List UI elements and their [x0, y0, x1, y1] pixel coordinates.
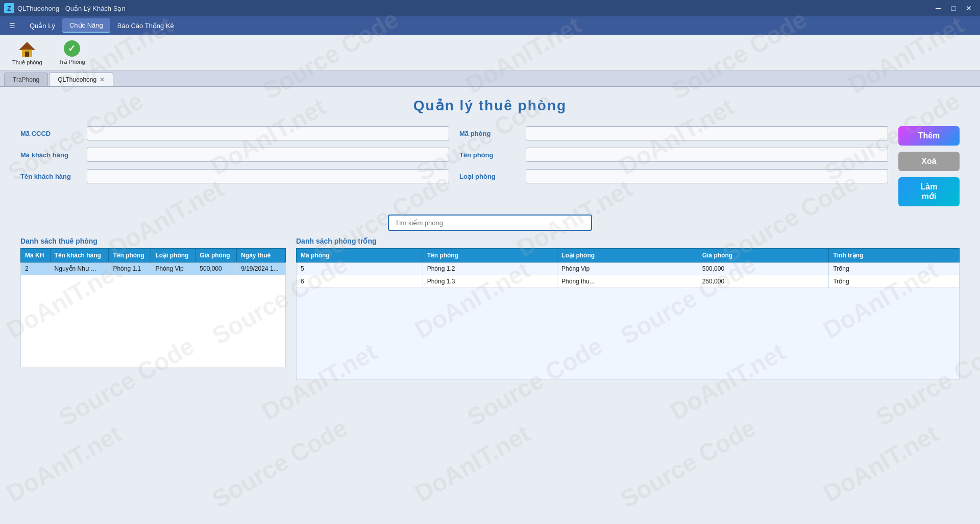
ma-phong-input[interactable]: [526, 126, 888, 140]
col-pt-ma-phong: Mã phòng: [297, 249, 423, 263]
tabs-bar: TraPhong QLThueohong ✕: [0, 70, 980, 87]
cell-pt-ten-phong: Phòng 1.3: [423, 275, 557, 288]
danh-sach-phong-trong-container: Danh sách phòng trống Mã phòng Tên phòng…: [296, 237, 960, 380]
house-icon: [18, 40, 36, 58]
cell-loai-phong: Phòng Vip: [151, 263, 195, 275]
lam-moi-button[interactable]: Làm mới: [898, 177, 960, 206]
cell-ma-kh: 2: [21, 263, 51, 275]
col-pt-gia-phong: Giá phòng: [698, 249, 829, 263]
col-gia-phong: Giá phòng: [195, 249, 237, 263]
loai-phong-input[interactable]: [526, 169, 888, 183]
title-bar: Z QLThueohong - Quản Lý Khách Sạn ─ □ ✕: [0, 0, 980, 16]
form-right: Mã phòng Tên phòng Loại phòng: [459, 126, 888, 183]
danh-sach-phong-trong-table: Mã phòng Tên phòng Loại phòng Giá phòng …: [296, 248, 960, 380]
col-ngay-thue: Ngày thuê: [237, 249, 286, 263]
ma-khach-hang-input[interactable]: [87, 148, 449, 162]
menu-chuc-nang[interactable]: Chức Năng: [62, 18, 110, 33]
form-left: Mã CCCD Mã khách hàng Tên khách hàng: [20, 126, 449, 183]
ma-cccd-label: Mã CCCD: [20, 130, 82, 137]
col-pt-tinh-trang: Tình trạng: [829, 249, 960, 263]
page-title: Quản lý thuê phòng: [20, 97, 960, 114]
svg-rect-2: [25, 52, 29, 57]
app-title: QLThueohong - Quản Lý Khách Sạn: [17, 5, 126, 12]
col-ma-kh: Mã KH: [21, 249, 51, 263]
ten-phong-input[interactable]: [526, 148, 888, 162]
thue-phong-button[interactable]: Thuê phòng: [8, 38, 46, 67]
ma-phong-row: Mã phòng: [459, 126, 888, 140]
table-row[interactable]: 6 Phòng 1.3 Phòng thu... 250,000 Trống: [297, 275, 960, 288]
cell-pt-ma-phong: 6: [297, 275, 423, 288]
menu-bar: ☰ Quản Lý Chức Năng Báo Cáo Thống Kê: [0, 16, 980, 35]
tab-close-icon[interactable]: ✕: [100, 76, 105, 83]
tab-ql-thueohong-label: QLThueohong: [58, 76, 96, 83]
danh-sach-thue-phong-container: Danh sách thuê phòng Mã KH Tên khách hàn…: [20, 237, 286, 380]
cell-pt-gia-phong: 500,000: [698, 263, 829, 275]
menu-bao-cao[interactable]: Báo Cáo Thống Kê: [110, 18, 181, 33]
ten-khach-hang-input[interactable]: [87, 169, 449, 183]
tra-phong-label: Trả Phòng: [59, 59, 85, 65]
cell-ten-phong: Phòng 1.1: [109, 263, 151, 275]
xoa-button[interactable]: Xoá: [898, 152, 960, 171]
col-ten-phong: Tên phòng: [109, 249, 151, 263]
table-row[interactable]: 2 Nguyễn Như ... Phòng 1.1 Phòng Vip 500…: [21, 263, 286, 275]
ma-phong-label: Mã phòng: [459, 130, 521, 137]
cell-pt-tinh-trang: Trống: [829, 263, 960, 275]
cell-pt-loai-phong: Phòng Vip: [557, 263, 698, 275]
action-buttons: Thêm Xoá Làm mới: [898, 126, 960, 206]
them-button[interactable]: Thêm: [898, 126, 960, 146]
ten-khach-hang-label: Tên khách hàng: [20, 173, 82, 180]
col-ten-kh: Tên khách hàng: [50, 249, 109, 263]
thue-phong-header-row: Mã KH Tên khách hàng Tên phòng Loại phòn…: [21, 249, 286, 263]
col-pt-loai-phong: Loại phòng: [557, 249, 698, 263]
toolbar: Thuê phòng ✓ Trả Phòng: [0, 35, 980, 70]
table-empty-row: [297, 288, 960, 380]
ten-phong-label: Tên phòng: [459, 151, 521, 159]
table-row[interactable]: 5 Phòng 1.2 Phòng Vip 500,000 Trống: [297, 263, 960, 275]
title-bar-controls: ─ □ ✕: [931, 3, 976, 14]
check-icon: ✓: [63, 39, 81, 58]
danh-sach-phong-trong-title: Danh sách phòng trống: [296, 237, 960, 245]
tab-tra-phong-label: TraPhong: [13, 76, 39, 83]
cell-pt-ten-phong: Phòng 1.2: [423, 263, 557, 275]
col-loai-phong: Loại phòng: [151, 249, 195, 263]
loai-phong-row: Loại phòng: [459, 169, 888, 183]
search-input[interactable]: [388, 215, 592, 231]
main-content: Quản lý thuê phòng Mã CCCD Mã khách hàng…: [0, 87, 980, 524]
menu-quan-ly[interactable]: Quản Lý: [22, 18, 62, 33]
col-pt-ten-phong: Tên phòng: [423, 249, 557, 263]
ma-cccd-row: Mã CCCD: [20, 126, 449, 140]
cell-ten-kh: Nguyễn Như ...: [50, 263, 109, 275]
thue-phong-label: Thuê phòng: [12, 59, 42, 65]
cell-pt-tinh-trang: Trống: [829, 275, 960, 288]
cell-gia-phong: 500,000: [195, 263, 237, 275]
phong-trong-header-row: Mã phòng Tên phòng Loại phòng Giá phòng …: [297, 249, 960, 263]
title-bar-left: Z QLThueohong - Quản Lý Khách Sạn: [4, 3, 126, 13]
danh-sach-thue-phong-table: Mã KH Tên khách hàng Tên phòng Loại phòn…: [20, 248, 286, 367]
menu-icon-button[interactable]: ☰: [2, 18, 22, 33]
close-button[interactable]: ✕: [962, 3, 976, 14]
maximize-button[interactable]: □: [946, 3, 961, 14]
loai-phong-label: Loại phòng: [459, 173, 521, 180]
cell-pt-ma-phong: 5: [297, 263, 423, 275]
ma-cccd-input[interactable]: [87, 126, 449, 140]
ma-khach-hang-label: Mã khách hàng: [20, 151, 82, 159]
cell-ngay-thue: 9/19/2024 1...: [237, 263, 286, 275]
ma-khach-hang-row: Mã khách hàng: [20, 148, 449, 162]
tab-ql-thueohong[interactable]: QLThueohong ✕: [49, 73, 113, 86]
svg-marker-0: [19, 42, 35, 50]
danh-sach-thue-phong-title: Danh sách thuê phòng: [20, 237, 286, 245]
ten-phong-row: Tên phòng: [459, 148, 888, 162]
tables-section: Danh sách thuê phòng Mã KH Tên khách hàn…: [20, 237, 960, 380]
cell-pt-loai-phong: Phòng thu...: [557, 275, 698, 288]
cell-pt-gia-phong: 250,000: [698, 275, 829, 288]
tra-phong-button[interactable]: ✓ Trả Phòng: [55, 37, 89, 67]
minimize-button[interactable]: ─: [931, 3, 945, 14]
tab-tra-phong[interactable]: TraPhong: [4, 73, 48, 86]
table-empty-row: [21, 275, 286, 367]
search-container: [20, 215, 960, 231]
ten-khach-hang-row: Tên khách hàng: [20, 169, 449, 183]
app-icon: Z: [4, 3, 14, 13]
